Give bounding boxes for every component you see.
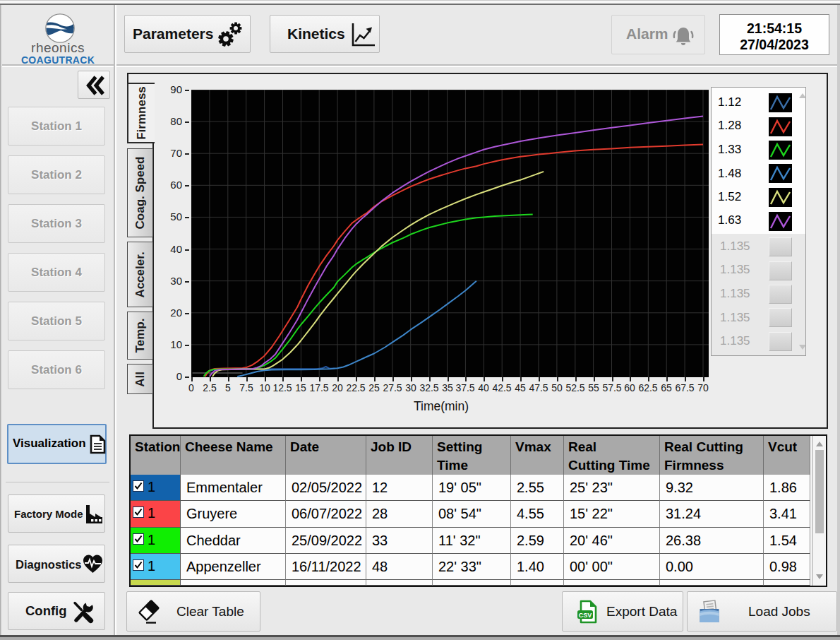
svg-text:CSV: CSV: [579, 612, 592, 619]
